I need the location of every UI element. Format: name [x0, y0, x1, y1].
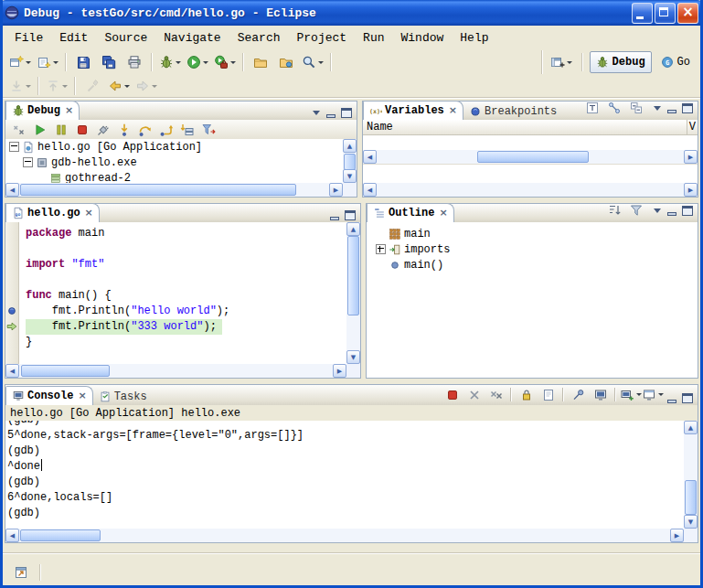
close-button[interactable]	[677, 3, 698, 24]
variables-horizontal-scrollbar[interactable]: ◀▶	[363, 150, 698, 164]
step-into-button[interactable]	[113, 120, 134, 139]
instruction-pointer-icon[interactable]	[6, 321, 17, 332]
resume-button[interactable]	[29, 120, 50, 139]
editor-vertical-scrollbar[interactable]: ▲▼	[346, 222, 360, 364]
open-perspective-button[interactable]	[548, 50, 575, 74]
tree-item[interactable]: gdb-hello.exe	[5, 155, 343, 170]
tab-variables[interactable]: (x)= Variables ×	[363, 101, 463, 121]
scroll-right-button[interactable]: ▶	[333, 364, 346, 378]
tree-expander-icon[interactable]	[9, 142, 19, 152]
tab-tasks[interactable]: Tasks	[93, 388, 153, 405]
menu-search[interactable]: Search	[229, 28, 289, 48]
editor-horizontal-scrollbar[interactable]: ◀▶	[5, 364, 346, 378]
scroll-left-button[interactable]: ◀	[363, 183, 377, 197]
remove-launch-button[interactable]	[463, 385, 485, 404]
maximize-button[interactable]	[655, 3, 676, 24]
save-all-button[interactable]	[96, 50, 122, 74]
variables-column-header[interactable]: Name V	[363, 120, 698, 135]
variables-detail-pane[interactable]	[363, 164, 698, 184]
scroll-left-button[interactable]: ◀	[5, 364, 19, 378]
code-line[interactable]: }	[26, 335, 346, 350]
menu-edit[interactable]: Edit	[51, 28, 96, 48]
filter-button[interactable]	[625, 200, 646, 219]
maximize-view-icon[interactable]	[682, 103, 694, 113]
scrollbar-track[interactable]	[377, 183, 684, 197]
code-line[interactable]	[26, 241, 346, 257]
dropdown-arrow-icon[interactable]	[26, 61, 31, 64]
minimize-view-icon[interactable]	[666, 393, 678, 403]
menu-source[interactable]: Source	[96, 28, 155, 48]
new-wizard-button[interactable]	[6, 50, 34, 74]
detail-horizontal-scrollbar[interactable]: ◀▶	[363, 183, 698, 197]
scroll-right-button[interactable]: ▶	[684, 150, 698, 164]
scroll-left-button[interactable]: ◀	[5, 529, 19, 542]
scrollbar-thumb[interactable]	[20, 184, 296, 196]
menu-help[interactable]: Help	[452, 28, 496, 48]
console-output-area[interactable]: (gdb)5^done,stack-args=[frame={level="0"…	[5, 421, 684, 529]
open-folder-button[interactable]	[248, 50, 273, 74]
suspend-button[interactable]	[50, 120, 71, 139]
save-button[interactable]	[70, 50, 96, 74]
debug-launch-button[interactable]	[156, 50, 184, 74]
editor-marker-ruler[interactable]	[5, 222, 19, 364]
close-tab-icon[interactable]: ×	[85, 208, 93, 218]
next-annotation-button[interactable]	[6, 74, 34, 98]
dropdown-arrow-icon[interactable]	[124, 85, 130, 88]
fast-view-button[interactable]	[8, 562, 34, 583]
scroll-up-button[interactable]: ▲	[684, 421, 698, 434]
last-edit-location-button[interactable]	[80, 74, 105, 98]
console-vertical-scrollbar[interactable]: ▲▼	[684, 421, 698, 529]
sort-button[interactable]	[603, 200, 624, 219]
new-go-element-button[interactable]	[34, 50, 61, 74]
tab-breakpoints[interactable]: Breakpoints	[463, 102, 562, 120]
show-logical-button[interactable]	[603, 98, 624, 117]
scrollbar-thumb[interactable]	[477, 151, 589, 163]
run-launch-button[interactable]	[184, 50, 211, 74]
tree-item[interactable]: main()	[372, 257, 698, 273]
dropdown-arrow-icon[interactable]	[152, 85, 157, 88]
pin-console-button[interactable]	[568, 385, 589, 404]
debug-content[interactable]: hello.go [Go Application]gdb-hello.exego…	[5, 139, 357, 197]
scrollbar-thumb[interactable]	[685, 480, 697, 515]
dropdown-arrow-icon[interactable]	[203, 61, 208, 64]
breakpoint-icon[interactable]	[6, 305, 17, 316]
menu-run[interactable]: Run	[355, 28, 392, 48]
remove-terminated-button[interactable]	[8, 120, 29, 139]
scroll-down-button[interactable]: ▼	[346, 350, 360, 364]
outline-tree[interactable]: mainimportsmain()	[367, 222, 698, 378]
tab-debug[interactable]: Debug ×	[5, 101, 80, 121]
forward-button[interactable]	[133, 74, 160, 98]
menu-project[interactable]: Project	[288, 28, 355, 48]
drop-to-frame-button[interactable]	[176, 120, 197, 139]
minimize-view-icon[interactable]	[325, 108, 337, 118]
new-console-view-button[interactable]	[642, 385, 663, 404]
dropdown-arrow-icon[interactable]	[26, 85, 31, 88]
tab-outline[interactable]: Outline ×	[367, 203, 454, 223]
scrollbar-track[interactable]	[343, 153, 357, 169]
title-bar[interactable]: Debug - testGo/src/cmd/hello.go - Eclips…	[0, 0, 703, 26]
scrollbar-thumb[interactable]	[347, 236, 359, 315]
console-horizontal-scrollbar[interactable]: ◀▶	[5, 529, 684, 542]
remove-all-launches-button[interactable]	[485, 385, 506, 404]
open-console-button[interactable]	[620, 385, 641, 404]
dropdown-arrow-icon[interactable]	[62, 85, 68, 88]
perspective-go-button[interactable]: G Go	[655, 51, 697, 73]
go-folder-button[interactable]	[273, 50, 299, 74]
maximize-view-icon[interactable]	[345, 210, 357, 220]
print-button[interactable]	[122, 50, 147, 74]
clear-console-button[interactable]	[538, 385, 559, 404]
scroll-up-button[interactable]: ▲	[346, 222, 360, 236]
maximize-view-icon[interactable]	[682, 393, 694, 403]
close-tab-icon[interactable]: ×	[439, 208, 447, 218]
maximize-view-icon[interactable]	[341, 108, 353, 118]
dropdown-arrow-icon[interactable]	[658, 393, 664, 396]
scroll-right-button[interactable]: ▶	[670, 529, 684, 542]
tree-item[interactable]: main	[372, 226, 698, 241]
code-line[interactable]: fmt.Println("hello world");	[26, 304, 346, 319]
menu-file[interactable]: File	[6, 28, 51, 48]
previous-annotation-button[interactable]	[43, 74, 70, 98]
step-filters-button[interactable]	[197, 120, 218, 139]
dropdown-arrow-icon[interactable]	[53, 61, 59, 64]
tree-item[interactable]: hello.go [Go Application]	[5, 139, 343, 155]
scrollbar-track[interactable]	[346, 236, 360, 350]
